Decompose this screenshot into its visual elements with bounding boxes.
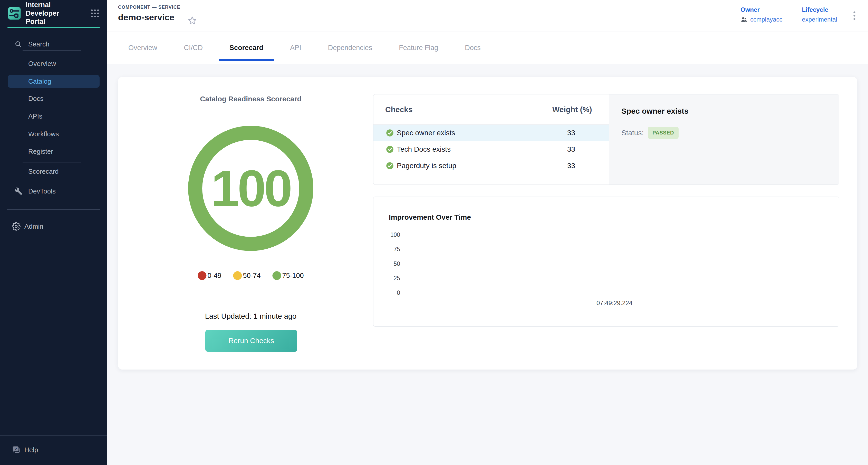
score-legend: 0-49 50-74 75-100	[197, 271, 304, 280]
brand-divider	[7, 27, 100, 28]
sidebar-item-help[interactable]: ? Help	[0, 443, 107, 457]
y-axis-tick: 25	[384, 275, 400, 282]
check-passed-icon	[386, 162, 394, 169]
score-value: 100	[211, 159, 290, 218]
sidebar-item-scorecard[interactable]: Scorecard	[0, 165, 107, 178]
favorite-star-icon[interactable]	[188, 16, 197, 25]
group-icon	[740, 16, 748, 23]
divider	[0, 435, 107, 436]
tab-api[interactable]: API	[279, 32, 312, 64]
owner-label: Owner	[740, 6, 782, 13]
check-row-tech-docs[interactable]: Tech Docs exists 33	[373, 141, 609, 158]
y-axis-tick: 100	[384, 231, 400, 239]
divider	[23, 162, 81, 162]
check-detail-title: Spec owner exists	[621, 107, 689, 116]
content-area: Catalog Readiness Scorecard 100 0-49 50-…	[107, 64, 868, 465]
checks-table-header: Checks Weight (%)	[373, 94, 609, 125]
owner-link[interactable]: ccmplayacc	[740, 16, 782, 23]
tab-scorecard[interactable]: Scorecard	[219, 32, 274, 64]
page-title: demo-service	[118, 12, 174, 22]
tab-docs[interactable]: Docs	[454, 32, 492, 64]
weight-column-header: Weight (%)	[552, 105, 609, 114]
chart-title: Improvement Over Time	[389, 213, 471, 221]
portal-logo-icon	[7, 6, 22, 21]
green-dot-icon	[273, 271, 281, 280]
svg-text:?: ?	[14, 447, 17, 451]
app-root: Internal Developer Portal Search	[0, 0, 868, 465]
score-gauge: 100	[188, 126, 313, 251]
checks-panel: Checks Weight (%) Spec owner exists	[373, 94, 839, 185]
check-detail-panel: Spec owner exists Status: PASSED	[609, 94, 839, 185]
check-row-spec-owner[interactable]: Spec owner exists 33	[373, 125, 609, 141]
sidebar: Internal Developer Portal Search	[0, 0, 107, 465]
sidebar-item-overview[interactable]: Overview	[0, 57, 107, 70]
x-axis-tick: 07:49:29.224	[596, 300, 632, 307]
check-status-row: Status: PASSED	[621, 127, 679, 139]
sidebar-item-catalog[interactable]: Catalog	[8, 75, 100, 88]
checks-column-header: Checks	[373, 105, 552, 114]
rerun-checks-button[interactable]: Rerun Checks	[205, 330, 297, 352]
legend-item-low: 0-49	[197, 271, 221, 280]
check-passed-icon	[386, 129, 394, 137]
lifecycle-block: Lifecycle experimental	[802, 6, 837, 23]
last-updated-text: Last Updated: 1 minute ago	[205, 312, 297, 320]
sidebar-search[interactable]: Search	[0, 37, 107, 51]
sidebar-item-workflows[interactable]: Workflows	[0, 127, 107, 141]
divider	[23, 182, 81, 182]
sidebar-search-label: Search	[0, 40, 49, 48]
breadcrumb: COMPONENT — SERVICE	[118, 5, 180, 10]
divider	[7, 209, 100, 210]
checks-table: Checks Weight (%) Spec owner exists	[373, 94, 609, 185]
check-weight: 33	[552, 129, 609, 137]
y-axis-tick: 75	[384, 246, 400, 253]
check-passed-icon	[386, 146, 394, 153]
status-badge: PASSED	[648, 127, 679, 139]
owner-block: Owner ccmplayacc	[740, 6, 782, 23]
check-row-pagerduty[interactable]: Pagerduty is setup 33	[373, 158, 609, 174]
check-weight: 33	[552, 162, 609, 170]
gear-icon	[12, 222, 21, 231]
sidebar-item-admin[interactable]: Admin	[0, 220, 107, 233]
divider	[23, 50, 81, 51]
brand-title: Internal Developer Portal	[26, 1, 77, 26]
wrench-icon	[14, 187, 23, 195]
improvement-chart-card: Improvement Over Time 100 75 50 25 0 07:…	[373, 196, 839, 327]
check-weight: 33	[552, 145, 609, 153]
sidebar-item-apis[interactable]: APIs	[0, 110, 107, 123]
help-chat-icon: ?	[12, 445, 21, 455]
red-dot-icon	[197, 271, 206, 280]
sidebar-item-register[interactable]: Register	[0, 145, 107, 158]
tab-overview[interactable]: Overview	[118, 32, 168, 64]
scorecard-title: Catalog Readiness Scorecard	[200, 95, 301, 103]
entity-tabs: Overview CI/CD Scorecard API Dependencie…	[107, 32, 868, 64]
search-icon	[14, 40, 22, 48]
entity-header: COMPONENT — SERVICE demo-service Owner	[107, 0, 868, 32]
y-axis-tick: 0	[384, 289, 400, 297]
sidebar-item-docs[interactable]: Docs	[0, 92, 107, 105]
lifecycle-value: experimental	[802, 16, 837, 23]
lifecycle-label: Lifecycle	[802, 6, 837, 13]
brand[interactable]: Internal Developer Portal	[0, 0, 107, 27]
legend-item-high: 75-100	[273, 271, 304, 280]
tab-cicd[interactable]: CI/CD	[173, 32, 214, 64]
legend-item-mid: 50-74	[233, 271, 260, 280]
entity-meta: Owner ccmplayacc Lifecycle experim	[740, 6, 837, 23]
apps-grid-icon[interactable]	[90, 8, 100, 19]
scorecard-card: Catalog Readiness Scorecard 100 0-49 50-…	[118, 77, 857, 370]
status-label: Status:	[621, 129, 644, 137]
amber-dot-icon	[233, 271, 242, 280]
tab-feature-flag[interactable]: Feature Flag	[388, 32, 449, 64]
kebab-menu-icon[interactable]	[853, 11, 856, 21]
sidebar-item-devtools[interactable]: DevTools	[0, 185, 107, 198]
y-axis-tick: 50	[384, 260, 400, 268]
tab-dependencies[interactable]: Dependencies	[317, 32, 383, 64]
